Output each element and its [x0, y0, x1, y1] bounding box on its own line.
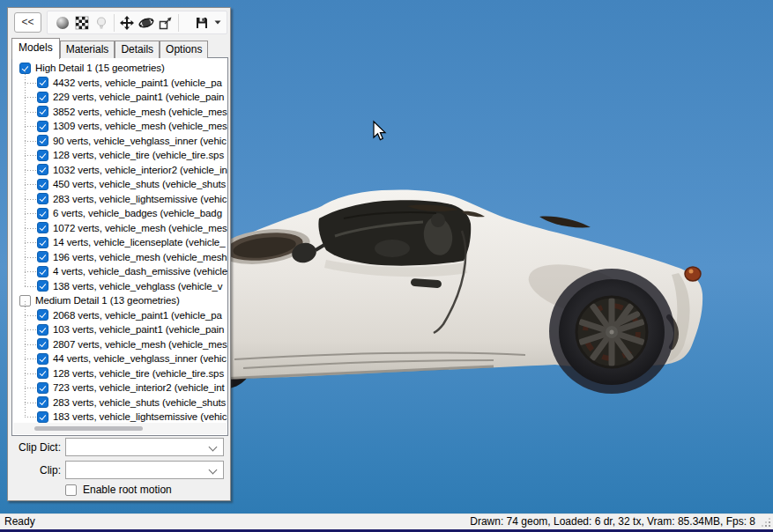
item-checkbox[interactable]: [37, 237, 48, 248]
item-label: 196 verts, vehicle_mesh (vehicle_mesh: [53, 252, 227, 262]
toolbar-separator: [178, 14, 179, 32]
sphere-render-icon[interactable]: [53, 12, 72, 33]
tree-item-row[interactable]: 4 verts, vehicle_dash_emissive (vehicle: [12, 264, 227, 279]
item-label: 138 verts, vehicle_vehglass (vehicle_v: [53, 281, 222, 292]
save-dropdown-arrow-icon[interactable]: [214, 20, 221, 25]
item-checkbox[interactable]: [37, 208, 48, 219]
item-checkbox[interactable]: [37, 280, 48, 292]
collapse-panel-button[interactable]: <<: [14, 12, 41, 33]
status-bar: Ready Drawn: 74 geom, Loaded: 6 dr, 32 t…: [0, 514, 773, 529]
item-checkbox[interactable]: [37, 179, 48, 190]
tree-connector: [25, 257, 37, 258]
tree-item-row[interactable]: 128 verts, vehicle_tire (vehicle_tire.sp…: [12, 366, 227, 381]
tree-horizontal-scrollbar[interactable]: [13, 423, 227, 434]
item-label: 4 verts, vehicle_dash_emissive (vehicle: [53, 266, 227, 277]
tree-item-row[interactable]: 723 verts, vehicle_interior2 (vehicle_in…: [12, 381, 227, 395]
item-checkbox[interactable]: [37, 251, 48, 262]
resize-grip[interactable]: [761, 517, 771, 528]
item-checkbox[interactable]: [37, 164, 48, 175]
item-checkbox[interactable]: [37, 396, 48, 408]
tree-connector: [25, 184, 37, 185]
item-label: 6 verts, vehicle_badges (vehicle_badg: [53, 208, 222, 218]
tree-item-row[interactable]: 1032 verts, vehicle_interior2 (vehicle_i…: [12, 163, 227, 178]
item-label: 2807 verts, vehicle_mesh (vehicle_mes: [53, 339, 227, 350]
save-icon[interactable]: [192, 12, 212, 33]
scale-tool-icon[interactable]: [156, 12, 175, 33]
enable-root-motion-checkbox[interactable]: [65, 484, 77, 496]
model-panel: <<: [7, 7, 231, 501]
item-checkbox[interactable]: [37, 106, 48, 117]
tab-models[interactable]: Models: [11, 38, 60, 59]
item-checkbox[interactable]: [37, 121, 48, 132]
tree-item-row[interactable]: 128 verts, vehicle_tire (vehicle_tire.sp…: [12, 148, 227, 163]
move-tool-icon[interactable]: [117, 12, 137, 33]
toolbar-separator: [114, 14, 115, 32]
lightbulb-icon[interactable]: [92, 12, 111, 33]
tree-item-row[interactable]: 90 verts, vehicle_vehglass_inner (vehic: [12, 134, 227, 149]
tree-item-row[interactable]: 138 verts, vehicle_vehglass (vehicle_v: [12, 279, 227, 294]
tree-connector: [25, 97, 37, 98]
tab-options[interactable]: Options: [160, 41, 208, 58]
item-label: 128 verts, vehicle_tire (vehicle_tire.sp…: [53, 150, 224, 160]
item-checkbox[interactable]: [37, 353, 48, 365]
item-label: 1032 verts, vehicle_interior2 (vehicle_i…: [53, 165, 227, 175]
clip-dict-combobox[interactable]: [65, 438, 224, 456]
tree-group-row[interactable]: Medium Detail 1 (13 geometries): [12, 293, 227, 308]
tree-item-row[interactable]: 44 verts, vehicle_vehglass_inner (vehic: [12, 351, 227, 366]
rotate-tool-icon[interactable]: [137, 12, 156, 33]
tree-item-row[interactable]: 1309 verts, vehicle_mesh (vehicle_mes: [12, 119, 227, 134]
item-checkbox[interactable]: [37, 266, 48, 277]
tree-item-row[interactable]: 14 verts, vehicle_licenseplate (vehicle_: [12, 235, 227, 250]
item-label: 229 verts, vehicle_paint1 (vehicle_pain: [53, 92, 224, 102]
checker-texture-icon[interactable]: [72, 12, 92, 33]
clip-combobox[interactable]: [65, 461, 224, 479]
tab-materials[interactable]: Materials: [60, 41, 115, 58]
item-checkbox[interactable]: [37, 150, 48, 161]
tree-item-row[interactable]: 2068 verts, vehicle_paint1 (vehicle_pa: [12, 308, 227, 323]
tab-bar: ModelsMaterialsDetailsOptions: [11, 39, 208, 58]
item-label: 183 verts, vehicle_lightsemissive (vehic: [53, 411, 227, 422]
item-checkbox[interactable]: [37, 222, 48, 233]
tree-item-row[interactable]: 4432 verts, vehicle_paint1 (vehicle_pa: [12, 76, 227, 91]
clip-dict-row: Clip Dict:: [8, 438, 230, 456]
tree-item-row[interactable]: 229 verts, vehicle_paint1 (vehicle_pain: [12, 90, 227, 105]
tree-item-row[interactable]: 283 verts, vehicle_shuts (vehicle_shuts: [12, 395, 227, 410]
tree-connector: [25, 315, 37, 316]
item-checkbox[interactable]: [37, 411, 48, 423]
tree-item-row[interactable]: 283 verts, vehicle_lightsemissive (vehic: [12, 192, 227, 207]
item-label: 128 verts, vehicle_tire (vehicle_tire.sp…: [53, 368, 224, 379]
item-checkbox[interactable]: [37, 382, 48, 394]
item-label: 4432 verts, vehicle_paint1 (vehicle_pa: [53, 78, 222, 88]
render-stats: Drawn: 74 geom, Loaded: 6 dr, 32 tx, Vra…: [470, 514, 755, 529]
tree-item-row[interactable]: 450 verts, vehicle_shuts (vehicle_shuts: [12, 177, 227, 192]
item-checkbox[interactable]: [37, 367, 48, 379]
tree-connector: [25, 403, 37, 403]
item-checkbox[interactable]: [37, 324, 48, 336]
tree-item-row[interactable]: 103 verts, vehicle_paint1 (vehicle_pain: [12, 322, 227, 337]
tree-connector: [25, 170, 37, 171]
item-checkbox[interactable]: [37, 309, 48, 321]
tree-item-row[interactable]: 6 verts, vehicle_badges (vehicle_badg: [12, 206, 227, 221]
tree-item-row[interactable]: 2807 verts, vehicle_mesh (vehicle_mes: [12, 337, 227, 352]
scrollbar-thumb[interactable]: [34, 426, 143, 431]
mouse-cursor: [374, 122, 385, 140]
clip-row: Clip:: [8, 461, 230, 479]
item-label: 1072 verts, vehicle_mesh (vehicle_mes: [53, 223, 227, 233]
tree-item-row[interactable]: 1072 verts, vehicle_mesh (vehicle_mes: [12, 221, 227, 236]
tree-connector: [25, 141, 37, 142]
group-label: High Detail 1 (15 geometries): [35, 63, 165, 73]
tree-item-row[interactable]: 196 verts, vehicle_mesh (vehicle_mesh: [12, 250, 227, 265]
tree-item-row[interactable]: 3852 verts, vehicle_mesh (vehicle_mes: [12, 105, 227, 120]
tree-connector: [25, 417, 37, 417]
tree-group-row[interactable]: High Detail 1 (15 geometries): [12, 61, 227, 76]
tree-connector: [25, 199, 37, 200]
tree-connector: [25, 228, 37, 229]
model-tree[interactable]: High Detail 1 (15 geometries)4432 verts,…: [11, 57, 228, 436]
item-checkbox[interactable]: [37, 338, 48, 350]
tab-details[interactable]: Details: [115, 41, 160, 58]
item-checkbox[interactable]: [37, 77, 48, 88]
item-checkbox[interactable]: [37, 135, 48, 146]
item-checkbox[interactable]: [37, 92, 48, 103]
item-checkbox[interactable]: [37, 193, 48, 204]
item-label: 3852 verts, vehicle_mesh (vehicle_mes: [53, 107, 227, 117]
